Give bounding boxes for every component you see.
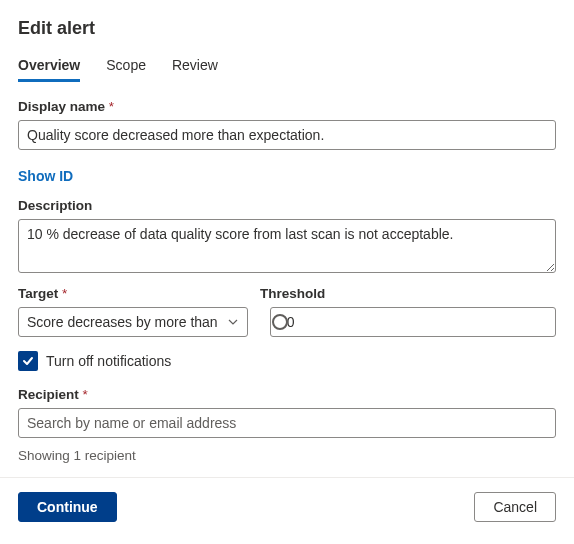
notifications-checkbox[interactable] <box>18 351 38 371</box>
recipient-input[interactable] <box>18 408 556 438</box>
target-select-value: Score decreases by more than <box>27 314 218 330</box>
description-textarea[interactable]: 10 % decrease of data quality score from… <box>18 219 556 273</box>
target-select[interactable]: Score decreases by more than <box>18 307 248 337</box>
description-label: Description <box>18 198 556 213</box>
notifications-label: Turn off notifications <box>46 353 171 369</box>
slider-thumb[interactable] <box>272 314 288 330</box>
cancel-button[interactable]: Cancel <box>474 492 556 522</box>
recipient-label: Recipient <box>18 387 556 402</box>
footer: Continue Cancel <box>0 477 574 536</box>
show-id-link[interactable]: Show ID <box>18 168 73 184</box>
check-icon <box>21 354 35 368</box>
page-title: Edit alert <box>18 18 556 39</box>
display-name-input[interactable] <box>18 120 556 150</box>
threshold-input[interactable] <box>270 307 556 337</box>
recipient-count: Showing 1 recipient <box>18 448 556 463</box>
threshold-label: Threshold <box>260 286 556 301</box>
target-label: Target <box>18 286 248 301</box>
tab-scope[interactable]: Scope <box>106 53 146 81</box>
continue-button[interactable]: Continue <box>18 492 117 522</box>
tab-review[interactable]: Review <box>172 53 218 81</box>
tabs: Overview Scope Review <box>18 53 556 81</box>
display-name-label: Display name <box>18 99 556 114</box>
chevron-down-icon <box>227 316 239 328</box>
tab-overview[interactable]: Overview <box>18 53 80 82</box>
